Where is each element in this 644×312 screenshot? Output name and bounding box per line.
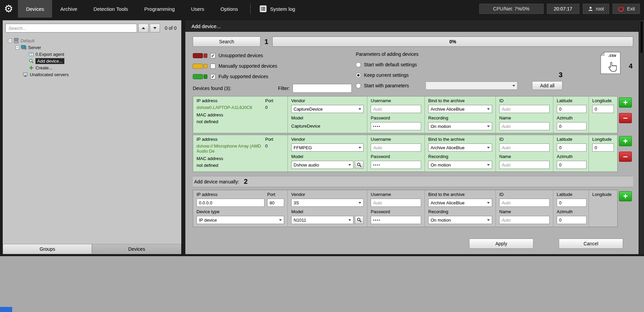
tab-programming[interactable]: Programming — [136, 0, 183, 18]
archive-select[interactable]: Archive AliceBlue — [428, 105, 492, 113]
archive-select[interactable]: Archive AliceBlue — [428, 199, 492, 207]
latitude-input[interactable] — [557, 199, 586, 207]
vertical-scrollbar[interactable] — [639, 20, 644, 254]
tab-devices-bottom[interactable]: Devices — [92, 244, 181, 254]
vendor-select[interactable]: 3S — [291, 199, 364, 207]
model-search-button[interactable] — [355, 216, 364, 224]
recording-select[interactable]: On motion — [428, 161, 492, 169]
remove-device-button[interactable]: − — [619, 152, 632, 162]
chevron-down-icon — [359, 147, 361, 149]
cell-credentials: Username Password — [367, 135, 425, 172]
system-log-label: System log — [270, 6, 295, 12]
filter-group: Filter: — [278, 84, 352, 93]
add-device-button[interactable]: + — [619, 136, 632, 146]
scrollbar-thumb[interactable] — [640, 21, 643, 53]
recording-select[interactable]: On motion — [428, 122, 492, 130]
longitude-input[interactable] — [592, 143, 614, 152]
port-input[interactable] — [267, 199, 284, 207]
add-device-button[interactable]: + — [619, 97, 632, 108]
tree-search-input[interactable] — [5, 24, 137, 32]
tree-item-unallocated-servers[interactable]: Unallocated servers — [4, 71, 180, 78]
id-input[interactable] — [499, 199, 550, 207]
settings-gear-icon[interactable]: ⚙ — [4, 4, 13, 14]
exit-button[interactable]: Exit — [613, 4, 640, 14]
cell-lat-azimuth: Latitude Azimuth — [553, 135, 589, 172]
archive-label: Bind to the archive — [428, 192, 492, 197]
longitude-input[interactable] — [592, 105, 614, 113]
dialog-footer: Apply Cancel — [193, 237, 633, 251]
search-prev-button[interactable] — [138, 24, 148, 32]
tree-item-server[interactable]: Server — [4, 44, 180, 51]
parameters-select[interactable] — [426, 82, 518, 90]
tab-options[interactable]: Options — [212, 0, 246, 18]
filter-input[interactable] — [293, 84, 352, 93]
vendor-select[interactable]: CaptureDevice — [291, 105, 364, 113]
password-input[interactable] — [371, 122, 421, 130]
chevron-down-icon — [487, 147, 490, 149]
tab-groups[interactable]: Groups — [3, 244, 92, 254]
tree-item-export-agent[interactable]: 0.Export agent — [4, 51, 180, 58]
azimuth-input[interactable] — [557, 122, 586, 130]
fully-supported-checkbox[interactable]: ✓ — [210, 74, 215, 79]
export-csv-button[interactable]: .csv — [598, 51, 623, 76]
name-input[interactable] — [499, 216, 550, 224]
search-next-button[interactable] — [150, 24, 160, 32]
unsupported-checkbox[interactable]: ✓ — [210, 53, 215, 58]
clock-badge: 20:07:17 — [547, 4, 579, 14]
ip-input[interactable] — [197, 199, 264, 207]
cell-address: IP address Port Device type IP device — [193, 190, 288, 227]
search-devices-button[interactable]: Search — [193, 37, 260, 47]
create-plus-icon — [28, 65, 34, 70]
azimuth-input[interactable] — [557, 161, 586, 169]
collapse-icon[interactable] — [8, 39, 12, 43]
password-input[interactable] — [371, 161, 421, 169]
id-input[interactable] — [499, 143, 550, 152]
model-select[interactable]: Dshow audio — [291, 161, 353, 169]
latitude-input[interactable] — [557, 143, 586, 152]
vendor-select[interactable]: FFMPEG — [291, 143, 364, 152]
tab-devices[interactable]: Devices — [18, 0, 52, 18]
tab-archive[interactable]: Archive — [52, 0, 85, 18]
username-input[interactable] — [371, 105, 421, 113]
tab-detection-tools[interactable]: Detection Tools — [85, 0, 136, 18]
radio-button[interactable] — [356, 62, 361, 67]
password-input[interactable] — [371, 216, 421, 224]
tree-item-add-device[interactable]: Add device... — [4, 58, 180, 64]
archive-select[interactable]: Archive AliceBlue — [428, 143, 492, 152]
azimuth-label: Azimuth — [557, 115, 585, 121]
azimuth-input[interactable] — [557, 216, 586, 224]
id-input[interactable] — [499, 105, 550, 113]
tree-item-create[interactable]: Create... — [4, 64, 180, 71]
cell-longitude: Longitude — [589, 190, 617, 227]
manually-supported-checkbox[interactable] — [210, 64, 215, 69]
model-search-button[interactable] — [355, 161, 364, 169]
username-input[interactable] — [371, 199, 421, 207]
add-device-button[interactable]: + — [619, 191, 632, 201]
radio-keep-settings: Keep current settings 3 — [356, 71, 593, 79]
name-input[interactable] — [499, 122, 550, 130]
recording-select[interactable]: On motion — [428, 216, 492, 224]
collapse-icon[interactable] — [16, 46, 19, 49]
system-log-button[interactable]: System log — [255, 5, 300, 13]
user-badge[interactable]: root — [583, 4, 609, 14]
latitude-input[interactable] — [557, 105, 586, 113]
search-progress-row: Search 1 0% — [193, 37, 633, 47]
username-input[interactable] — [371, 143, 421, 152]
add-all-button[interactable]: Add all — [532, 81, 562, 90]
ip-label: IP address — [197, 98, 263, 104]
ip-label: IP address — [197, 192, 264, 197]
remove-device-button[interactable]: − — [619, 113, 632, 123]
tab-users[interactable]: Users — [183, 0, 212, 18]
radio-button[interactable] — [356, 83, 361, 88]
name-input[interactable] — [499, 161, 550, 169]
device-type-select[interactable]: IP device — [197, 216, 284, 224]
port-label: Port — [265, 137, 284, 142]
radio-label: Keep current settings — [364, 72, 409, 78]
radio-button[interactable] — [356, 73, 361, 78]
model-select[interactable]: N1011 — [291, 216, 353, 224]
cancel-button[interactable]: Cancel — [559, 239, 623, 249]
tree-item-default[interactable]: Default — [4, 37, 180, 44]
apply-button[interactable]: Apply — [469, 239, 533, 249]
name-label: Name — [499, 115, 550, 121]
cpu-net-badge[interactable]: CPU/Net: 7%/0% — [479, 4, 544, 14]
